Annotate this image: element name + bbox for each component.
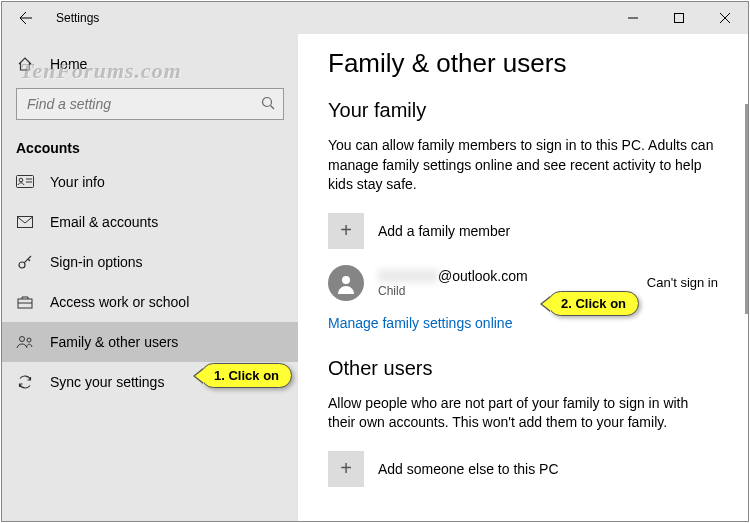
- svg-rect-1: [675, 14, 684, 23]
- redacted-name: [378, 269, 438, 283]
- briefcase-icon: [16, 293, 34, 311]
- user-role: Child: [378, 284, 633, 298]
- svg-point-11: [20, 337, 25, 342]
- svg-point-7: [19, 178, 23, 182]
- sidebar: Home Accounts Your info Email & accounts…: [2, 34, 298, 521]
- window-title: Settings: [56, 11, 99, 25]
- sidebar-home[interactable]: Home: [2, 44, 298, 84]
- sidebar-item-email-accounts[interactable]: Email & accounts: [2, 202, 298, 242]
- svg-point-13: [342, 276, 350, 284]
- titlebar: Settings: [2, 2, 748, 34]
- mail-icon: [16, 213, 34, 231]
- sync-icon: [16, 373, 34, 391]
- minimize-button[interactable]: [610, 2, 656, 34]
- sidebar-item-label: Family & other users: [50, 334, 178, 350]
- sidebar-item-label: Sync your settings: [50, 374, 164, 390]
- manage-family-link[interactable]: Manage family settings online: [328, 315, 512, 331]
- svg-point-9: [19, 262, 25, 268]
- search-input[interactable]: [25, 95, 261, 113]
- svg-rect-8: [18, 217, 33, 228]
- family-user-info: @outlook.com Child: [378, 268, 633, 298]
- sidebar-item-label: Your info: [50, 174, 105, 190]
- add-family-label: Add a family member: [378, 223, 510, 239]
- sidebar-item-family-other-users[interactable]: Family & other users: [2, 322, 298, 362]
- sidebar-item-your-info[interactable]: Your info: [2, 162, 298, 202]
- search-icon: [261, 96, 275, 113]
- sidebar-item-work-school[interactable]: Access work or school: [2, 282, 298, 322]
- user-status: Can't sign in: [647, 275, 718, 290]
- family-user-row[interactable]: @outlook.com Child Can't sign in: [328, 265, 718, 301]
- svg-point-4: [263, 97, 272, 106]
- page-title: Family & other users: [328, 48, 718, 79]
- add-family-member-button[interactable]: + Add a family member: [328, 213, 718, 249]
- sidebar-item-sync-settings[interactable]: Sync your settings: [2, 362, 298, 402]
- search-field[interactable]: [16, 88, 284, 120]
- plus-icon: +: [328, 213, 364, 249]
- user-email-suffix: @outlook.com: [438, 268, 528, 284]
- scrollbar[interactable]: [745, 104, 748, 314]
- sidebar-item-label: Access work or school: [50, 294, 189, 310]
- plus-icon: +: [328, 451, 364, 487]
- close-button[interactable]: [702, 2, 748, 34]
- content-pane: Family & other users Your family You can…: [298, 34, 748, 521]
- your-family-description: You can allow family members to sign in …: [328, 136, 718, 195]
- add-other-user-button[interactable]: + Add someone else to this PC: [328, 451, 718, 487]
- sidebar-item-signin-options[interactable]: Sign-in options: [2, 242, 298, 282]
- other-users-header: Other users: [328, 357, 718, 380]
- add-other-label: Add someone else to this PC: [378, 461, 559, 477]
- your-family-header: Your family: [328, 99, 718, 122]
- sidebar-item-label: Email & accounts: [50, 214, 158, 230]
- sidebar-section-header: Accounts: [2, 130, 298, 162]
- id-card-icon: [16, 173, 34, 191]
- svg-line-5: [271, 105, 275, 109]
- other-users-description: Allow people who are not part of your fa…: [328, 394, 718, 433]
- people-icon: [16, 333, 34, 351]
- home-icon: [16, 55, 34, 73]
- svg-point-12: [27, 338, 31, 342]
- maximize-button[interactable]: [656, 2, 702, 34]
- sidebar-item-label: Sign-in options: [50, 254, 143, 270]
- sidebar-home-label: Home: [50, 56, 87, 72]
- key-icon: [16, 253, 34, 271]
- back-button[interactable]: [2, 2, 50, 34]
- avatar-icon: [328, 265, 364, 301]
